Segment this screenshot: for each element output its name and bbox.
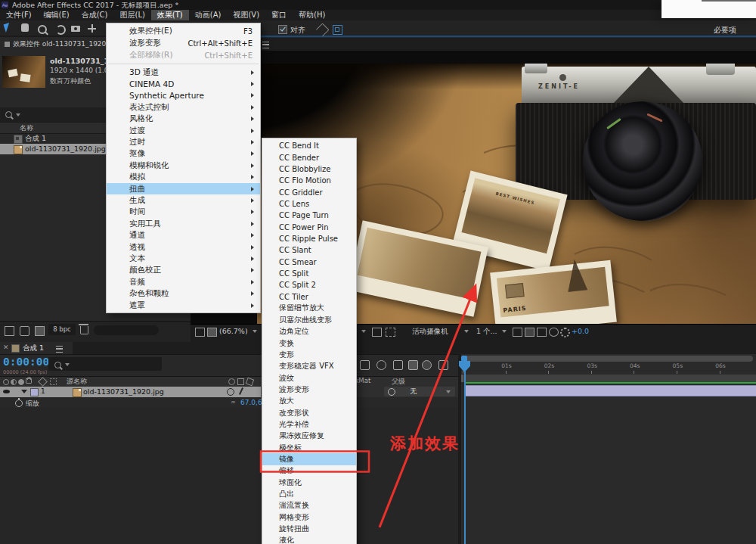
distort-submenu-item[interactable]: 波形变形 (262, 384, 356, 395)
audio-column-icon[interactable] (11, 379, 17, 385)
rotate-tool-icon[interactable] (56, 25, 66, 35)
effects-menu-category[interactable]: 通道 (107, 229, 260, 241)
distort-submenu-item[interactable]: CC Split (262, 268, 356, 279)
distort-submenu-item[interactable]: CC Power Pin (262, 221, 356, 232)
camera-tool-icon[interactable] (71, 26, 80, 32)
resolution-arrow-icon[interactable] (361, 330, 366, 333)
source-name-column-label[interactable]: 源名称 (67, 377, 87, 387)
layer-label-swatch[interactable] (30, 388, 39, 396)
distort-submenu-item[interactable]: 贝塞尔曲线变形 (262, 314, 356, 325)
menubar-item[interactable]: 视图(V) (227, 10, 265, 20)
distort-submenu-item[interactable]: 球面化 (262, 477, 356, 488)
new-folder-icon[interactable] (20, 326, 29, 336)
layer-name[interactable]: old-1130731_1920.jpg (83, 387, 164, 396)
distort-submenu-item[interactable]: CC Smear (262, 256, 356, 267)
distort-submenu-item[interactable]: 液化 (262, 535, 356, 544)
effects-menu-category[interactable]: 时间 (107, 207, 260, 218)
menubar-item[interactable]: 文件(F) (0, 10, 38, 20)
hand-tool-icon[interactable] (21, 23, 29, 32)
menubar-item[interactable]: 效果(T) (151, 10, 189, 20)
distort-submenu-item[interactable]: 极坐标 (262, 442, 356, 453)
color-depth-badge[interactable]: 8 bpc (48, 324, 76, 335)
menubar-item[interactable]: 编辑(E) (38, 10, 76, 20)
view-layout-select[interactable]: 1 个... (476, 327, 497, 337)
reset-exposure-icon[interactable] (560, 328, 570, 337)
menubar-item[interactable]: 合成(C) (76, 10, 114, 20)
camera-select[interactable]: 活动摄像机 (412, 327, 448, 337)
scale-property-row[interactable] (0, 398, 458, 408)
snap-checkbox[interactable] (278, 25, 287, 34)
hide-shy-layers-icon[interactable] (393, 360, 403, 370)
distort-submenu-item[interactable]: CC Lens (262, 198, 356, 210)
comp-mini-flowchart-icon[interactable] (360, 360, 370, 370)
effects-menu-category[interactable]: Synthetic Aperture (107, 90, 260, 101)
effects-menu-category[interactable]: 杂色和颗粒 (107, 288, 260, 299)
effects-menu-category[interactable]: 模糊和锐化 (107, 160, 260, 171)
fx-column-icon[interactable] (237, 378, 244, 385)
pan-behind-tool-icon[interactable] (88, 24, 96, 33)
magnification-arrow-icon[interactable] (253, 330, 257, 333)
timeline-panel-menu-icon[interactable] (56, 346, 63, 353)
panel-scroll-capsule[interactable] (94, 325, 159, 335)
effects-menu-category[interactable]: 文本 (107, 253, 260, 264)
close-icon[interactable]: ✕ (3, 344, 9, 350)
effects-menu-category[interactable]: 表达式控制 (107, 101, 260, 113)
effects-menu-category[interactable]: 音频 (107, 276, 260, 288)
link-icon[interactable]: ∞ (231, 399, 236, 406)
layer-duration-bar[interactable] (466, 385, 756, 396)
distort-submenu-item[interactable]: 旋转扭曲 (262, 523, 356, 534)
timeline-jump-icon[interactable] (537, 328, 547, 337)
effects-menu-category[interactable]: 3D 通道 (107, 67, 260, 78)
time-navigator-bar[interactable] (464, 356, 753, 362)
distort-submenu-item[interactable]: 果冻效应修复 (262, 431, 356, 442)
distort-submenu-item[interactable]: 偏移 (262, 465, 356, 477)
effects-menu-command[interactable]: 全部移除(R) Ctrl+Shift+E (107, 49, 260, 61)
draft-3d-icon[interactable] (376, 360, 386, 370)
distort-submenu-item[interactable]: 凸出 (262, 488, 356, 499)
time-ruler[interactable]: 0s01s02s03s04s05s06s (461, 362, 756, 375)
distort-submenu-item[interactable]: 变形 (262, 349, 356, 360)
distort-submenu-item[interactable]: CC Bend It (262, 140, 356, 151)
timeline-tab-label[interactable]: 合成 1 (23, 342, 44, 354)
layer-expand-arrow-icon[interactable] (21, 390, 27, 393)
search-options-arrow-icon[interactable] (65, 363, 70, 366)
distort-submenu-item[interactable]: 网格变形 (262, 511, 356, 523)
effects-menu-category[interactable]: 抠像 (107, 148, 260, 160)
effects-menu-category[interactable]: 生成 (107, 194, 260, 206)
distort-submenu-item[interactable]: CC Bender (262, 151, 356, 163)
pixel-aspect-icon[interactable] (513, 328, 522, 337)
distort-submenu-item[interactable]: 保留细节放大 (262, 303, 356, 314)
effects-menu-category[interactable]: 扭曲 (107, 183, 260, 194)
quality-column-icon[interactable] (228, 378, 235, 385)
menubar-item[interactable]: 动画(A) (189, 10, 228, 20)
menubar-item[interactable]: 窗口 (265, 10, 293, 20)
effects-menu-category[interactable]: CINEMA 4D (107, 78, 260, 89)
effects-menu-category[interactable]: 颜色校正 (107, 265, 260, 276)
region-of-interest-icon[interactable] (386, 328, 395, 337)
distort-submenu-item[interactable]: 改变形状 (262, 407, 356, 418)
new-composition-icon[interactable] (35, 326, 45, 336)
primary-viewer-icon[interactable] (207, 328, 217, 337)
viewer-panel-menu-icon[interactable] (262, 42, 269, 48)
distort-submenu-item[interactable]: 光学补偿 (262, 418, 356, 430)
stopwatch-icon[interactable] (15, 399, 23, 407)
workspace-label[interactable]: 必要项 (714, 25, 736, 36)
interpret-footage-icon[interactable] (5, 326, 14, 336)
menubar-item[interactable]: 图层(L) (113, 10, 150, 20)
distort-submenu-item[interactable]: 边角定位 (262, 326, 356, 337)
layer-quality-icon[interactable] (227, 388, 234, 396)
distort-submenu-item[interactable]: CC Flo Motion (262, 175, 356, 186)
magnification-select[interactable]: (66.7%) (219, 327, 248, 335)
video-column-icon[interactable] (3, 379, 9, 385)
flowchart-icon[interactable] (549, 328, 559, 337)
distort-submenu-item[interactable]: CC Ripple Pulse (262, 233, 356, 244)
eye-icon[interactable] (3, 390, 10, 393)
menubar-item[interactable]: 帮助(H) (293, 10, 331, 20)
motion-blur-icon[interactable] (422, 360, 432, 370)
always-preview-icon[interactable] (195, 328, 205, 337)
work-area-bar[interactable] (461, 375, 756, 382)
delete-icon[interactable] (80, 326, 88, 334)
view-layout-arrow-icon[interactable] (502, 330, 507, 333)
frame-blending-icon[interactable] (408, 360, 418, 370)
effects-menu-category[interactable]: 过渡 (107, 125, 260, 136)
